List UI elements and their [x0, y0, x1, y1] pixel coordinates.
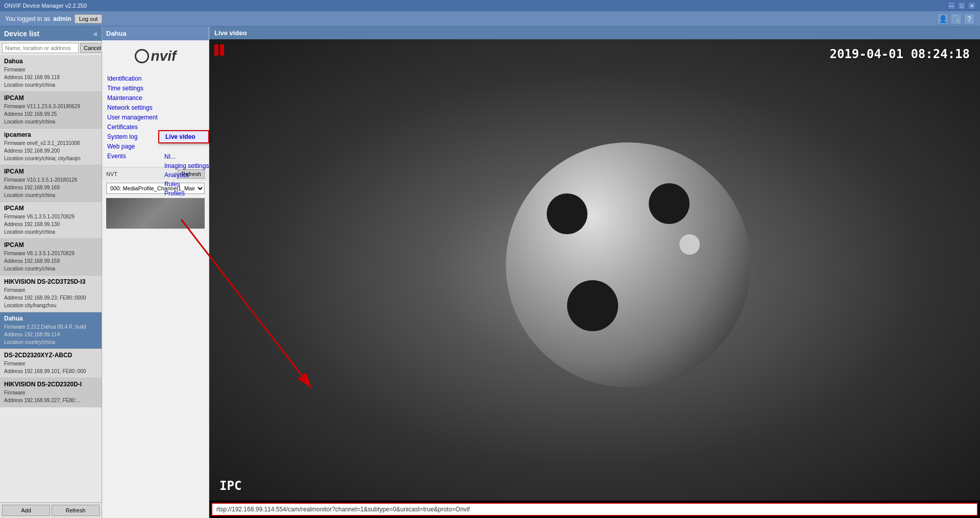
camera-lens	[506, 142, 761, 398]
menu-link-network-settings[interactable]: Network settings	[107, 104, 204, 112]
device-item[interactable]: IPCAMFirmware V6.1.3.5.1-20170829Address…	[0, 202, 102, 239]
logout-button[interactable]: Log out	[75, 14, 103, 23]
device-item[interactable]: IPCAMFirmware V10.1.3.5.1-20180126Addres…	[0, 165, 102, 202]
onvif-logo: nvif	[102, 40, 209, 72]
lens-dot-3	[567, 280, 618, 331]
top-bar-left: You logged in as admin Log out	[5, 14, 102, 23]
device-item[interactable]: IPCAMFirmware V11.1.23.6.3-20180629Addre…	[0, 92, 102, 129]
device-name: ipcamera	[4, 131, 97, 138]
sub-link-profiles[interactable]: Profiles	[164, 190, 209, 197]
search-bar: Cancel	[0, 41, 102, 55]
sub-link-imaging[interactable]: Imaging settings	[164, 162, 209, 169]
person-icon[interactable]: 👤	[937, 13, 948, 24]
menu-link-time-settings[interactable]: Time settings	[107, 84, 204, 92]
menu-link-maintenance[interactable]: Maintenance	[107, 94, 204, 102]
pause-bar-2	[220, 44, 224, 56]
refresh-devices-button[interactable]: Refresh	[52, 505, 100, 516]
top-bar: You logged in as admin Log out 👤 🔧 ?	[0, 11, 980, 27]
menu-link-user-management[interactable]: User management	[107, 113, 204, 121]
device-list-panel: Device list « Cancel DahuaFirmwareAddres…	[0, 27, 102, 518]
add-device-button[interactable]: Add	[2, 505, 50, 516]
device-scroll[interactable]: DahuaFirmwareAddress 192.168.99.118Locat…	[0, 55, 102, 502]
middle-header: Dahua	[102, 27, 209, 40]
device-name: Dahua	[4, 315, 97, 322]
device-detail: FirmwareAddress 192.168.99.101; FE80::00…	[4, 360, 97, 375]
sub-link-rules[interactable]: Rules	[164, 181, 209, 188]
title-bar-controls: — □ ✕	[947, 2, 976, 10]
selected-device-name: Dahua	[106, 30, 127, 37]
url-bar	[211, 503, 978, 516]
device-list-title: Device list	[4, 30, 39, 38]
nvt-label: NVT	[106, 171, 117, 177]
device-name: IPCAM	[4, 168, 97, 175]
top-bar-right: 👤 🔧 ?	[937, 13, 975, 24]
context-menu: Live video	[158, 130, 209, 143]
ctx-live-video[interactable]: Live video	[159, 131, 208, 142]
device-item[interactable]: HIKVISION DS-2CD2320D-IFirmwareAddress 1…	[0, 378, 102, 407]
camera-preview-background	[106, 198, 205, 229]
device-name: IPCAM	[4, 241, 97, 249]
video-area: 2019-04-01 08:24:18 IPC	[209, 39, 980, 501]
pause-bar-1	[214, 44, 218, 56]
login-text: You logged in as	[5, 15, 50, 22]
device-name: HIKVISION DS-2CD3T25D-I3	[4, 278, 97, 285]
video-timestamp: 2019-04-01 08:24:18	[829, 47, 970, 61]
device-item[interactable]: IPCAMFirmware V6.1.3.5.1-20170829Address…	[0, 239, 102, 276]
live-panel: Live video 2019-04-01 08:24:18 IPC	[209, 27, 980, 518]
device-name: HIKVISION DS-2CD2320D-I	[4, 381, 97, 388]
collapse-button[interactable]: «	[93, 30, 97, 38]
lens-dot-2	[649, 183, 690, 224]
live-header: Live video	[209, 27, 980, 39]
device-name: Dahua	[4, 58, 97, 65]
device-detail: Firmware V6.1.3.5.1-20170829Address 192.…	[4, 213, 97, 236]
device-list-header: Device list «	[0, 27, 102, 41]
device-item[interactable]: DS-2CD2320XYZ-ABCDFirmwareAddress 192.16…	[0, 349, 102, 378]
camera-preview	[106, 198, 205, 229]
lens-outer	[506, 142, 751, 387]
device-name: DS-2CD2320XYZ-ABCD	[4, 352, 97, 359]
title-bar: ONVIF Device Manager v2.2.250 — □ ✕	[0, 0, 980, 11]
menu-link-web-page[interactable]: Web page	[107, 142, 204, 151]
sub-links: NI... Imaging settings Analytics Rules P…	[164, 153, 209, 197]
tools-icon[interactable]: 🔧	[950, 13, 962, 24]
onvif-text: nvif	[151, 48, 177, 64]
lens-dot-4	[679, 234, 700, 255]
device-detail: Firmware V11.1.23.6.3-20180629Address 19…	[4, 103, 97, 126]
minimize-button[interactable]: —	[947, 2, 955, 10]
device-detail: FirmwareAddress 192.168.99.227; FE80:...	[4, 389, 97, 404]
app-title: ONVIF Device Manager v2.2.250	[4, 3, 87, 9]
menu-link-identification[interactable]: Identification	[107, 75, 204, 83]
cancel-search-button[interactable]: Cancel	[80, 43, 105, 53]
sub-link-ni[interactable]: NI...	[164, 153, 209, 160]
stream-url-input[interactable]	[216, 506, 973, 513]
device-detail: Firmware 2.212.Dahua 00.4.R, buildAddres…	[4, 323, 97, 346]
device-name: IPCAM	[4, 205, 97, 212]
device-detail: FirmwareAddress 192.168.99.23; FE80::000…	[4, 286, 97, 309]
device-footer: Add Refresh	[0, 502, 102, 518]
username: admin	[53, 15, 71, 22]
middle-panel: Dahua nvif IdentificationTime settingsMa…	[102, 27, 209, 518]
live-header-title: Live video	[214, 29, 247, 37]
sub-link-analytics[interactable]: Analytics	[164, 171, 209, 179]
device-detail: Firmware V10.1.3.5.1-20180126Address 192…	[4, 176, 97, 199]
main-content: Device list « Cancel DahuaFirmwareAddres…	[0, 27, 980, 518]
help-icon[interactable]: ?	[964, 13, 975, 24]
device-name: IPCAM	[4, 94, 97, 102]
device-item[interactable]: DahuaFirmware 2.212.Dahua 00.4.R, buildA…	[0, 312, 102, 349]
pause-icon	[214, 44, 224, 56]
search-input[interactable]	[2, 43, 79, 53]
device-detail: Firmware V6.1.3.5.1-20170829Address 192.…	[4, 250, 97, 273]
maximize-button[interactable]: □	[958, 2, 966, 10]
device-item[interactable]: HIKVISION DS-2CD3T25D-I3FirmwareAddress …	[0, 276, 102, 312]
device-item[interactable]: DahuaFirmwareAddress 192.168.99.118Locat…	[0, 55, 102, 92]
onvif-circle	[135, 49, 149, 63]
device-detail: FirmwareAddress 192.168.99.118Location c…	[4, 66, 97, 89]
ipc-label: IPC	[219, 479, 241, 493]
device-item[interactable]: ipcameraFirmware onvif_v2.3.1_20131008Ad…	[0, 129, 102, 165]
lens-dot-1	[547, 193, 587, 234]
device-detail: Firmware onvif_v2.3.1_20131008Address 19…	[4, 139, 97, 162]
device-menu: IdentificationTime settingsMaintenanceNe…	[102, 72, 209, 163]
close-button[interactable]: ✕	[968, 2, 976, 10]
